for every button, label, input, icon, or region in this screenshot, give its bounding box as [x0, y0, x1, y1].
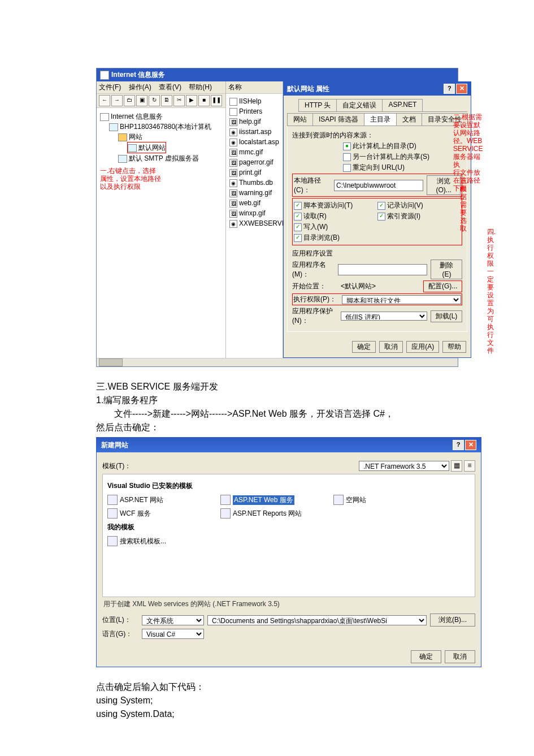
tab-documents[interactable]: 文档: [396, 113, 422, 126]
file-item[interactable]: winxp.gif: [239, 209, 266, 217]
tab-website[interactable]: 网站: [287, 113, 313, 126]
location-type-select[interactable]: 文件系统: [142, 615, 204, 625]
gif-icon: 🖼: [229, 118, 237, 126]
chk-log-visits[interactable]: ✓: [377, 202, 385, 210]
forward-icon[interactable]: →: [111, 95, 123, 106]
asp-icon: ◉: [229, 139, 237, 146]
chk-dir-browse[interactable]: ✓: [294, 234, 302, 242]
iis-app-icon: [100, 71, 109, 80]
folder-icon: [229, 108, 237, 116]
tab-http-headers[interactable]: HTTP 头: [298, 99, 337, 111]
ok-button[interactable]: 确定: [411, 650, 441, 663]
dll-icon: ◉: [229, 220, 237, 228]
file-item[interactable]: pagerror.gif: [239, 158, 273, 166]
lbl-dir-browse: 目录浏览(B): [303, 233, 340, 243]
file-item[interactable]: IISHelp: [239, 97, 261, 105]
gif-icon: 🖼: [229, 210, 237, 218]
unload-button[interactable]: 卸载(L): [431, 310, 463, 322]
file-item[interactable]: mmc.gif: [239, 148, 263, 156]
document-body: 三.WEB SERVICE 服务端开发 1.编写服务程序 文件----->新建-…: [96, 381, 438, 434]
menu-action[interactable]: 操作(A): [129, 83, 151, 91]
horizontal-scrollbar[interactable]: [97, 358, 458, 366]
app-name-input[interactable]: [338, 264, 427, 275]
webservice-icon: [220, 495, 231, 505]
tree-default-site[interactable]: 默认网站: [138, 144, 166, 152]
menu-view[interactable]: 查看(V): [159, 83, 181, 91]
tab-isapi[interactable]: ISAPI 筛选器: [312, 113, 364, 126]
tab-home-directory[interactable]: 主目录: [364, 113, 397, 126]
radio-share[interactable]: [343, 153, 351, 161]
column-header-name[interactable]: 名称: [226, 81, 283, 94]
help-icon[interactable]: ?: [453, 440, 464, 450]
stop-icon[interactable]: ■: [198, 95, 210, 106]
annotation-3: 三.根据需要选取: [460, 177, 471, 232]
file-item[interactable]: warning.gif: [239, 189, 272, 197]
play-icon[interactable]: ▶: [186, 95, 197, 106]
chk-write[interactable]: ✓: [294, 223, 302, 231]
start-pos-value: <默认网站>: [341, 282, 420, 291]
local-path-input[interactable]: [334, 180, 423, 191]
back-icon[interactable]: ←: [99, 95, 110, 106]
computer-icon: [109, 123, 118, 131]
annotation-1: 一.右键点击，选择 属性，设置本地路径 以及执行权限: [100, 167, 222, 191]
language-select[interactable]: Visual C#: [142, 629, 204, 639]
file-item[interactable]: web.gif: [239, 199, 261, 207]
chk-script-access[interactable]: ✓: [294, 202, 302, 210]
search-icon: [107, 536, 118, 546]
file-item[interactable]: iisstart.asp: [239, 128, 271, 136]
menu-file[interactable]: 文件(F): [99, 83, 121, 91]
cancel-button[interactable]: 取消: [379, 341, 403, 353]
radio-this-computer[interactable]: ●: [343, 142, 351, 150]
refresh-icon[interactable]: ↻: [149, 95, 160, 106]
ok-button[interactable]: 确定: [352, 341, 376, 353]
template-empty-site[interactable]: 空网站: [333, 495, 441, 505]
file-item[interactable]: print.gif: [239, 169, 261, 176]
props-icon[interactable]: ▣: [136, 95, 147, 106]
chk-read[interactable]: ✓: [294, 213, 302, 221]
help-icon[interactable]: ?: [444, 84, 455, 94]
template-aspnet-webservice[interactable]: ASP.NET Web 服务: [220, 495, 328, 505]
close-icon[interactable]: ✕: [465, 440, 476, 450]
delete-icon[interactable]: ✂: [173, 95, 185, 106]
file-item[interactable]: Thumbs.db: [239, 179, 273, 187]
remove-button[interactable]: 删除(E): [431, 260, 462, 279]
chk-index[interactable]: ✓: [377, 213, 385, 221]
template-search-online[interactable]: 搜索联机模板...: [107, 536, 215, 546]
apply-button[interactable]: 应用(A): [406, 341, 439, 353]
location-path-select[interactable]: C:\Documents and Settings\shappardxiao\桌…: [207, 615, 427, 625]
tree-computer[interactable]: BHP11803467880(本地计算机: [120, 123, 211, 131]
small-icons-icon[interactable]: ≡: [464, 460, 475, 472]
lbl-log-visits: 记录访问(V): [387, 201, 423, 210]
iis-left-pane: 文件(F) 操作(A) 查看(V) 帮助(H) ← → 🗀 ▣ ↻ 🗎 ✂ ▶ …: [97, 81, 226, 358]
template-reports[interactable]: ASP.NET Reports 网站: [220, 508, 328, 519]
up-icon[interactable]: 🗀: [124, 95, 135, 106]
menu-help[interactable]: 帮助(H): [189, 83, 212, 91]
file-item[interactable]: Printers: [239, 107, 262, 115]
tab-custom-errors[interactable]: 自定义错误: [336, 99, 383, 111]
tab-aspnet[interactable]: ASP.NET: [382, 99, 423, 111]
tree-smtp[interactable]: 默认 SMTP 虚拟服务器: [129, 154, 199, 162]
framework-select[interactable]: .NET Framework 3.5: [359, 461, 449, 471]
tab-row-2: HTTP 头 自定义错误 ASP.NET: [298, 98, 467, 112]
app-protect-select[interactable]: 低(IIS 进程): [341, 312, 427, 321]
close-icon[interactable]: ✕: [456, 84, 467, 94]
cancel-button[interactable]: 取消: [445, 650, 475, 663]
file-item[interactable]: localstart.asp: [239, 138, 279, 146]
export-icon[interactable]: 🗎: [161, 95, 172, 106]
large-icons-icon[interactable]: ▦: [451, 460, 462, 472]
config-button[interactable]: 配置(G)...: [423, 280, 462, 292]
browse-button[interactable]: 浏览(B)...: [430, 614, 475, 627]
template-wcf[interactable]: WCF 服务: [107, 508, 215, 519]
tree-websites[interactable]: 网站: [129, 133, 142, 141]
step-1-title: 1.编写服务程序: [96, 394, 438, 407]
iis-file-list-pane: 名称 IISHelp Printers 🖼help.gif ◉iisstart.…: [226, 81, 283, 358]
exec-perm-select[interactable]: 脚本和可执行文件: [342, 295, 461, 304]
pause-icon[interactable]: ❚❚: [211, 95, 222, 106]
tree-root[interactable]: Internet 信息服务: [111, 113, 163, 120]
file-item[interactable]: help.gif: [239, 118, 261, 126]
gif-icon: 🖼: [229, 189, 237, 197]
template-aspnet-site[interactable]: ASP.NET 网站: [107, 495, 215, 505]
template-description: 用于创建 XML Web services 的网站 (.NET Framewor…: [102, 597, 475, 611]
help-button[interactable]: 帮助: [442, 341, 466, 353]
radio-redirect-url[interactable]: [343, 164, 351, 172]
